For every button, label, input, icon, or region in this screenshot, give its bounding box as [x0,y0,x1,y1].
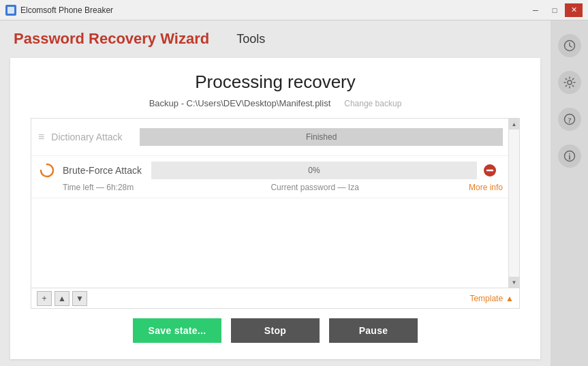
add-attack-button[interactable]: + [37,291,52,306]
svg-point-1 [41,164,53,177]
app-icon [5,5,16,16]
dict-attack-row: ≡ Dictionary Attack Finished [31,119,519,156]
content-card: Processing recovery Backup - C:\Users\DE… [10,58,540,359]
template-arrow-icon: ▲ [506,294,514,303]
save-state-button[interactable]: Save state... [133,318,221,343]
brute-remove-button[interactable] [482,163,497,178]
dict-progress-area: Finished [140,128,503,146]
dict-attack-name: Dictionary Attack [51,132,140,142]
brute-time-left: Time left — 6h:28m [63,183,134,192]
toolbar-left-buttons: + ▲ ▼ [37,291,87,306]
nav-wizard[interactable]: Password Recovery Wizard [14,30,209,48]
stop-button[interactable]: Stop [231,318,320,343]
app-body: Password Recovery Wizard Tools Processin… [0,20,588,366]
brute-attack-name: Brute-Force Attack [63,165,151,176]
move-up-button[interactable]: ▲ [55,291,69,306]
main-area: Password Recovery Wizard Tools Processin… [0,20,551,366]
svg-rect-0 [7,7,14,14]
maximize-button[interactable]: □ [546,3,563,17]
scrollbar-down-button[interactable]: ▼ [509,277,520,288]
brute-progress-label: 0% [308,166,320,175]
titlebar-title: Elcomsoft Phone Breaker [20,5,113,15]
svg-point-5 [568,80,572,85]
brute-more-info-link[interactable]: More info [469,183,503,192]
attack-list-container: ≡ Dictionary Attack Finished [31,118,520,309]
card-title: Processing recovery [31,72,520,93]
remove-icon [483,164,497,177]
backup-path-row: Backup - C:\Users\DEV\Desktop\Manifest.p… [31,98,520,108]
dict-progress-bar: Finished [140,128,503,146]
close-button[interactable]: ✕ [565,3,583,17]
pause-button[interactable]: Pause [329,318,418,343]
brute-progress-area: 0% [151,162,477,179]
attack-list-scroll[interactable]: ≡ Dictionary Attack Finished [31,119,519,288]
brute-spinning-icon [38,162,56,179]
brute-current-password: Current password — Iza [161,183,469,192]
top-nav: Password Recovery Wizard Tools [0,20,551,58]
backup-path: Backup - C:\Users\DEV\Desktop\Manifest.p… [149,98,331,108]
scrollbar-track: ▲ ▼ [508,119,519,288]
dict-progress-label: Finished [306,132,337,142]
minimize-button[interactable]: ─ [527,3,544,17]
brute-row-top: Brute-Force Attack 0% [38,162,503,179]
nav-tools[interactable]: Tools [236,32,265,46]
brute-row-bottom: Time left — 6h:28m Current password — Iz… [38,183,503,192]
action-buttons: Save state... Stop Pause [31,309,520,346]
scrollbar-up-button[interactable]: ▲ [509,119,520,129]
move-down-button[interactable]: ▼ [72,291,87,306]
svg-text:?: ? [568,116,572,124]
change-backup-link[interactable]: Change backup [344,99,401,108]
template-link[interactable]: Template ▲ [469,294,514,303]
dict-drag-handle[interactable]: ≡ [38,131,44,143]
titlebar: Elcomsoft Phone Breaker ─ □ ✕ [0,0,588,20]
sidebar-history-icon[interactable] [558,34,581,57]
window-controls: ─ □ ✕ [527,3,583,17]
svg-text:i: i [568,152,571,162]
template-label: Template [469,294,503,303]
sidebar-help-icon[interactable]: ? [558,108,581,131]
brute-progress-bar: 0% [151,162,477,179]
brute-attack-row: Brute-Force Attack 0% [31,156,519,198]
attack-list-toolbar: + ▲ ▼ Template ▲ [31,288,519,308]
titlebar-left: Elcomsoft Phone Breaker [5,5,113,16]
sidebar-info-icon[interactable]: i [558,144,581,168]
sidebar-settings-icon[interactable] [558,71,581,94]
right-sidebar: ? i [551,20,588,366]
